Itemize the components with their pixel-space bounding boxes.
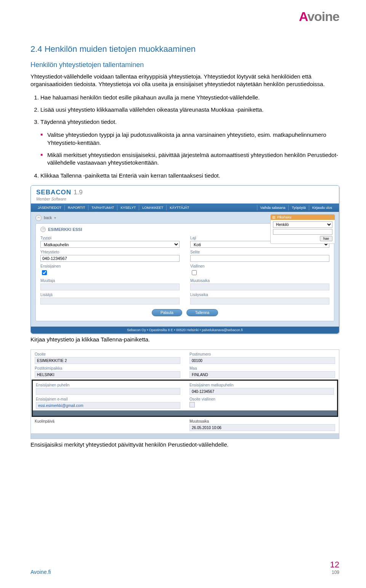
menu-kayttajat[interactable]: KÄYTTÄJÄT xyxy=(166,205,192,210)
checkbox-osoite-viallinen xyxy=(189,402,195,407)
footer-site: Avoine.fi xyxy=(30,569,51,575)
app-footer: Sebacon Oy • Opastinsilta 8 E • 00520 He… xyxy=(31,327,339,333)
steps-list-a: Hae haluamasi henkilön tiedot esille pik… xyxy=(30,94,339,126)
back-icon[interactable] xyxy=(35,215,42,221)
value-postitoimipaikka: HELSINKI xyxy=(35,371,180,378)
dark-divider xyxy=(33,410,337,416)
label-lisaysaika: Lisäysaika xyxy=(190,293,329,297)
checkbox-ensisijainen[interactable] xyxy=(42,270,47,275)
menu-vaihda-salasana[interactable]: Vaihda salasana xyxy=(257,205,289,210)
quick-search-panel: ▤Pikahaku Henkilö hae xyxy=(270,214,335,244)
section-heading: 2.4 Henkilön muiden tietojen muokkaamine… xyxy=(30,44,339,54)
page-number-small: 109 xyxy=(332,570,339,575)
menubar: JÄSENTIEDOT RAPORTIT TAPAHTUMAT KYSELYT … xyxy=(31,203,339,212)
field-tyyppi: Tyyppi Matkapuhelin xyxy=(40,236,180,248)
input-selite[interactable] xyxy=(190,255,329,262)
label-osoite-viallinen: Osoite viallinen xyxy=(189,397,334,401)
panel-end-bar xyxy=(31,433,339,439)
label-ensisijainen: Ensisijainen xyxy=(40,264,180,268)
steps-list-b: Klikkaa Tallenna -painiketta tai Enteriä… xyxy=(30,172,339,179)
field-ensisijainen: Ensisijainen xyxy=(40,264,180,276)
field-muuttaja: Muuttaja xyxy=(40,279,180,290)
app-body: back ▾ ▤Pikahaku Henkilö hae ESIMERKKI E… xyxy=(31,212,339,327)
input-yhteystieto[interactable] xyxy=(40,255,180,262)
tallenna-button[interactable]: Tallenna xyxy=(186,309,218,316)
menu-raportit[interactable]: RAPORTIT xyxy=(64,205,88,210)
field-selite: Selite xyxy=(190,250,329,262)
form-grid: Tyyppi Matkapuhelin Laji Koti Yhteystiet… xyxy=(40,236,329,304)
field-ensisijainen-email: Ensisijainen e-mail essi.esimerkki@gmail… xyxy=(36,397,180,409)
field-viallinen: Viallinen xyxy=(190,264,329,276)
caption-1: Kirjaa yhteystieto ja klikkaa Tallenna-p… xyxy=(30,336,339,343)
step-3: Täydennä yhteystiedon tiedot. xyxy=(40,118,339,126)
quick-search-header: ▤Pikahaku xyxy=(271,215,335,220)
screenshot-perustiedot: Osoite ESIMERKKITIE 2 Postinumero 00100 … xyxy=(30,349,339,439)
step-4: Klikkaa Tallenna -painiketta tai Enteriä… xyxy=(40,172,339,179)
field-ensisijainen-matkapuhelin: Ensisijainen matkapuhelin 040-1234567 xyxy=(189,383,334,395)
label-viallinen: Viallinen xyxy=(190,264,329,268)
section-subheading: Henkilön yhteystietojen tallentaminen xyxy=(30,61,339,69)
app-subtitle: Member Software xyxy=(36,197,339,203)
readonly-lisaysaika xyxy=(190,298,329,304)
label-maa: Maa xyxy=(189,366,335,370)
field-yhteystieto: Yhteystieto xyxy=(40,250,180,262)
field-maa: Maa FINLAND xyxy=(189,366,335,378)
bullet-1: Valitse yhteystiedon tyyppi ja laji pudo… xyxy=(40,131,339,147)
menu-lomakkeet[interactable]: LOMAKKEET xyxy=(139,205,166,210)
menu-jasentiedot[interactable]: JÄSENTIEDOT xyxy=(35,205,64,210)
field-muutosaika2: Muutosaika 26.05.2010 10:06 xyxy=(189,419,335,431)
checkbox-viallinen[interactable] xyxy=(192,270,197,275)
label-ensisijainen-puhelin: Ensisijainen puhelin xyxy=(36,383,180,387)
label-muutosaika: Muutosaika xyxy=(190,279,329,283)
field-osoite: Osoite ESIMERKKITIE 2 xyxy=(35,352,180,364)
field-kuolinpaiva: Kuolinpäivä xyxy=(35,419,180,431)
label-tyyppi: Tyyppi xyxy=(40,236,180,240)
page-number-big: 12 xyxy=(330,561,339,569)
brand-logo: Avoine xyxy=(299,9,339,24)
value-postinumero: 00100 xyxy=(189,357,335,364)
step-1: Hae haluamasi henkilön tiedot esille pik… xyxy=(40,94,339,101)
back-label[interactable]: back xyxy=(44,216,52,220)
expand-icon[interactable] xyxy=(40,227,46,232)
value-ensisijainen-puhelin xyxy=(36,388,180,395)
label-ensisijainen-matkapuhelin: Ensisijainen matkapuhelin xyxy=(189,383,334,387)
app-header: SEBACON 1.9 xyxy=(31,186,339,198)
menu-kyselyt[interactable]: KYSELYT xyxy=(117,205,139,210)
value-ensisijainen-matkapuhelin: 040-1234567 xyxy=(189,388,334,395)
field-lisaysaika: Lisäysaika xyxy=(190,293,329,304)
brand-a: A xyxy=(299,9,307,24)
highlighted-box: Ensisijainen puhelin Ensisijainen matkap… xyxy=(32,380,338,417)
caption-2: Ensisijaisiksi merkityt yhteystiedot päi… xyxy=(30,441,339,448)
app-name: SEBACON xyxy=(36,189,71,196)
footer-page-number: 12 109 xyxy=(330,561,339,575)
menu-tapahtumat[interactable]: TAPAHTUMAT xyxy=(88,205,117,210)
field-postitoimipaikka: Postitoimipaikka HELSINKI xyxy=(35,366,180,378)
quick-search-input[interactable] xyxy=(273,229,332,235)
select-tyyppi[interactable]: Matkapuhelin xyxy=(40,241,180,248)
field-postinumero: Postinumero 00100 xyxy=(189,352,335,364)
field-ensisijainen-puhelin: Ensisijainen puhelin xyxy=(36,383,180,395)
readonly-muutosaika xyxy=(190,284,329,290)
field-lisaaja: Lisääjä xyxy=(40,293,180,304)
value-maa: FINLAND xyxy=(189,371,335,378)
screenshot-sebacon-form: SEBACON 1.9 Member Software JÄSENTIEDOT … xyxy=(30,185,339,334)
label-muuttaja: Muuttaja xyxy=(40,279,180,283)
menu-tyopoyta[interactable]: Työpöytä xyxy=(288,205,309,210)
label-yhteystieto: Yhteystieto xyxy=(40,250,180,254)
label-kuolinpaiva: Kuolinpäivä xyxy=(35,419,180,423)
value-osoite: ESIMERKKITIE 2 xyxy=(35,357,180,364)
intro-paragraph: Yhteystiedot-välilehdelle voidaan tallen… xyxy=(30,73,339,88)
value-muutosaika2: 26.05.2010 10:06 xyxy=(189,424,335,431)
label-ensisijainen-email: Ensisijainen e-mail xyxy=(36,397,180,401)
quick-search-button[interactable]: hae xyxy=(320,236,332,241)
label-osoite: Osoite xyxy=(35,352,180,356)
person-name: ESIMERKKI ESSI xyxy=(48,227,82,232)
step-2: Lisää uusi yhteystieto klikkaamalla väli… xyxy=(40,106,339,114)
menu-kirjaudu-ulos[interactable]: Kirjaudu ulos xyxy=(309,205,335,210)
label-lisaaja: Lisääjä xyxy=(40,293,180,297)
readonly-muuttaja xyxy=(40,284,180,290)
palauta-button[interactable]: Palauta xyxy=(152,309,182,316)
field-muutosaika: Muutosaika xyxy=(190,279,329,290)
app-version: 1.9 xyxy=(74,189,83,196)
quick-search-type-select[interactable]: Henkilö xyxy=(273,221,332,228)
